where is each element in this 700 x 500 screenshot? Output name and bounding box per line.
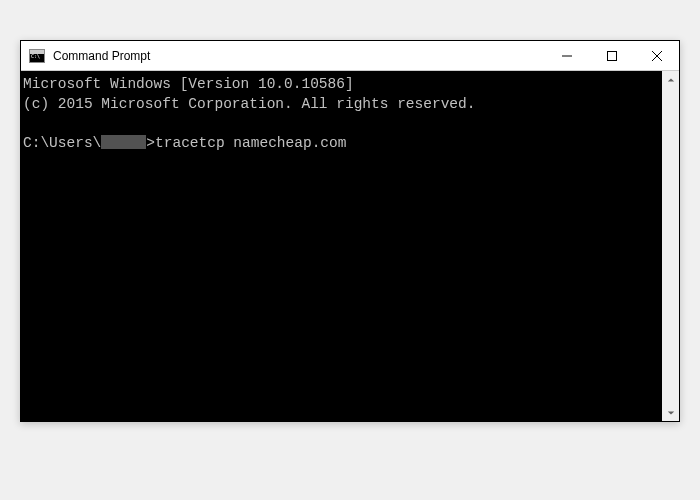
scroll-down-button[interactable] [662, 404, 679, 421]
maximize-button[interactable] [589, 41, 634, 70]
minimize-button[interactable] [544, 41, 589, 70]
cmd-icon [29, 49, 45, 63]
command-text: tracetcp namecheap.com [155, 135, 346, 151]
close-icon [652, 51, 662, 61]
console-output[interactable]: Microsoft Windows [Version 10.0.10586] (… [21, 71, 662, 421]
prompt-suffix: > [146, 135, 155, 151]
window-controls [544, 41, 679, 70]
window-title: Command Prompt [53, 49, 544, 63]
minimize-icon [562, 51, 572, 61]
vertical-scrollbar[interactable] [662, 71, 679, 421]
command-prompt-window: Command Prompt Microsoft Windows [Versio… [20, 40, 680, 422]
redacted-username [101, 135, 146, 149]
titlebar[interactable]: Command Prompt [21, 41, 679, 71]
console-area: Microsoft Windows [Version 10.0.10586] (… [21, 71, 679, 421]
close-button[interactable] [634, 41, 679, 70]
scroll-up-button[interactable] [662, 71, 679, 88]
scroll-track[interactable] [662, 88, 679, 404]
maximize-icon [607, 51, 617, 61]
chevron-up-icon [667, 76, 675, 84]
prompt-prefix: C:\Users\ [23, 135, 101, 151]
copyright-line: (c) 2015 Microsoft Corporation. All righ… [23, 96, 475, 112]
svg-rect-1 [607, 51, 616, 60]
version-line: Microsoft Windows [Version 10.0.10586] [23, 76, 354, 92]
chevron-down-icon [667, 409, 675, 417]
